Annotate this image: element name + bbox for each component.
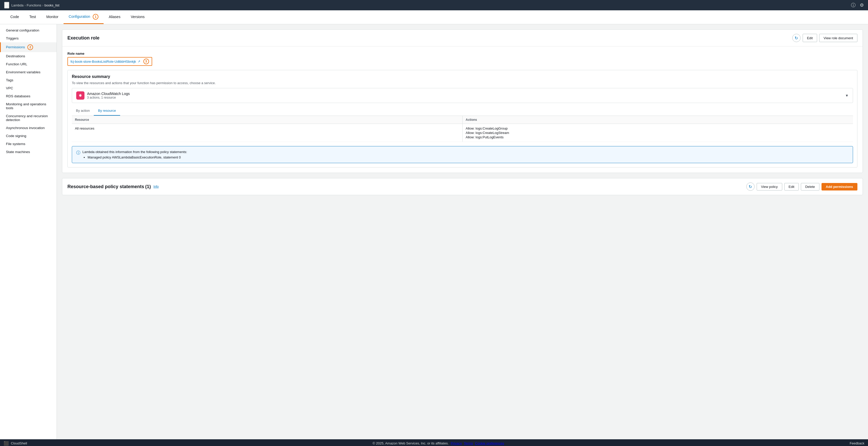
- tab-by-action[interactable]: By action: [72, 106, 94, 116]
- col-header-actions: Actions: [462, 116, 853, 124]
- tab-configuration[interactable]: Configuration 1: [64, 10, 103, 24]
- execution-role-actions: ↻ Edit View role document: [792, 34, 858, 42]
- permissions-table-head: Resource Actions: [72, 116, 853, 124]
- sidebar-item-destinations[interactable]: Destinations: [0, 52, 57, 60]
- sidebar-item-permissions[interactable]: Permissions 2: [0, 42, 57, 52]
- rbs-title: Resource-based policy statements: [67, 184, 144, 190]
- view-role-document-button[interactable]: View role document: [819, 34, 858, 42]
- sidebar-item-concurrency[interactable]: Concurrency and recursion detection: [0, 112, 57, 124]
- col-header-resource: Resource: [72, 116, 462, 124]
- rbs-refresh-button[interactable]: ↻: [746, 182, 754, 191]
- resource-summary-title: Resource summary: [72, 74, 853, 79]
- main-layout: General configuration Triggers Permissio…: [0, 24, 868, 439]
- sidebar-item-rds-databases[interactable]: RDS databases: [0, 92, 57, 100]
- execution-role-card: Execution role ↻ Edit View role document…: [62, 29, 863, 173]
- cloudshell-bar: ⬛ CloudShell © 2025, Amazon Web Services…: [0, 439, 868, 446]
- info-list: Managed policy AWSLambdaBasicExecutionRo…: [88, 156, 187, 159]
- chevron-down-icon: ▼: [845, 94, 848, 98]
- service-info: Amazon CloudWatch Logs 3 actions, 1 reso…: [87, 92, 130, 99]
- rbs-info-link[interactable]: Info: [153, 185, 159, 188]
- action-item-1: Allow: logs:CreateLogStream: [466, 131, 850, 135]
- settings-icon-button[interactable]: ⚙: [860, 2, 864, 8]
- step-1-badge: 1: [93, 14, 98, 20]
- sidebar-item-environment-variables[interactable]: Environment variables: [0, 68, 57, 76]
- info-text: Lambda obtained this information from th…: [83, 150, 187, 154]
- execution-role-header: Execution role ↻ Edit View role document: [62, 30, 863, 46]
- footer-terms-link[interactable]: Terms: [464, 441, 473, 445]
- rbs-actions: ↻ View policy Edit Delete Add permission…: [746, 182, 858, 191]
- content-area: Execution role ↻ Edit View role document…: [57, 24, 868, 439]
- edit-button[interactable]: Edit: [803, 34, 817, 42]
- sidebar-item-triggers[interactable]: Triggers: [0, 34, 57, 42]
- tab-code[interactable]: Code: [5, 11, 24, 23]
- breadcrumb-sep-2: ›: [42, 3, 43, 7]
- sidebar-item-vpc[interactable]: VPC: [0, 84, 57, 92]
- info-circle-icon: ⓘ: [76, 150, 80, 156]
- view-policy-button[interactable]: View policy: [757, 183, 782, 191]
- tab-monitor[interactable]: Monitor: [41, 11, 64, 23]
- action-item-2: Allow: logs:PutLogEvents: [466, 135, 850, 139]
- resource-summary-desc: To view the resources and actions that y…: [72, 81, 853, 85]
- info-icon-button[interactable]: ⓘ: [851, 2, 856, 8]
- tab-aliases[interactable]: Aliases: [103, 11, 126, 23]
- service-row[interactable]: Amazon CloudWatch Logs 3 actions, 1 reso…: [72, 88, 853, 103]
- footer-privacy-link[interactable]: Privacy: [451, 441, 462, 445]
- rbs-title-group: Resource-based policy statements (1) Inf…: [67, 184, 159, 190]
- permissions-table-body: All resources Allow: logs:CreateLogGroup…: [72, 124, 853, 142]
- service-row-left: Amazon CloudWatch Logs 3 actions, 1 reso…: [76, 91, 130, 100]
- cloudshell-icon: ⬛: [4, 441, 9, 446]
- sidebar-item-file-systems[interactable]: File systems: [0, 140, 57, 148]
- tab-bar: Code Test Monitor Configuration 1 Aliase…: [0, 10, 868, 24]
- info-list-item-0: Managed policy AWSLambdaBasicExecutionRo…: [88, 156, 187, 159]
- cloudshell-label[interactable]: CloudShell: [11, 441, 27, 445]
- sidebar-item-code-signing[interactable]: Code signing: [0, 132, 57, 140]
- top-nav-right: ⓘ ⚙: [851, 2, 864, 8]
- info-box: ⓘ Lambda obtained this information from …: [72, 146, 853, 163]
- breadcrumb-functions[interactable]: Functions: [27, 3, 41, 7]
- external-link-icon: ↗: [138, 60, 140, 63]
- sidebar: General configuration Triggers Permissio…: [0, 24, 57, 439]
- inner-tabs: By action By resource: [72, 106, 853, 116]
- action-item-0: Allow: logs:CreateLogGroup: [466, 127, 850, 130]
- execution-role-body: Role name fcj-book-store-BooksListRole-U…: [62, 46, 863, 173]
- role-name-label: Role name: [67, 52, 858, 56]
- sidebar-item-tags[interactable]: Tags: [0, 76, 57, 84]
- footer-cookie-link[interactable]: Cookie preferences: [475, 441, 504, 445]
- cloudwatch-icon: [76, 91, 85, 100]
- execution-role-title: Execution role: [67, 35, 99, 41]
- tab-test[interactable]: Test: [24, 11, 41, 23]
- resource-cell: All resources: [72, 124, 462, 142]
- service-name: Amazon CloudWatch Logs: [87, 92, 130, 96]
- sidebar-item-function-url[interactable]: Function URL: [0, 60, 57, 68]
- feedback-label[interactable]: Feedback: [850, 441, 864, 445]
- top-nav: ☰ Lambda › Functions › books_list ⓘ ⚙: [0, 0, 868, 10]
- table-row: All resources Allow: logs:CreateLogGroup…: [72, 124, 853, 142]
- sidebar-item-async-invocation[interactable]: Asynchronous invocation: [0, 124, 57, 132]
- info-box-content: Lambda obtained this information from th…: [83, 150, 187, 159]
- resource-based-policy-card: Resource-based policy statements (1) Inf…: [62, 178, 863, 195]
- step-3-badge: 3: [144, 59, 149, 64]
- tab-versions[interactable]: Versions: [126, 11, 150, 23]
- add-permissions-button[interactable]: Add permissions: [822, 183, 858, 191]
- actions-cell: Allow: logs:CreateLogGroup Allow: logs:C…: [462, 124, 853, 142]
- permissions-table: Resource Actions All resources Allow: lo…: [72, 116, 853, 142]
- footer-copyright: © 2025, Amazon Web Services, Inc. or its…: [373, 441, 449, 445]
- role-name-text: fcj-book-store-BooksListRole-UdtbbHSbnkj…: [70, 60, 136, 64]
- sidebar-item-monitoring-tools[interactable]: Monitoring and operations tools: [0, 100, 57, 112]
- rbs-header: Resource-based policy statements (1) Inf…: [62, 178, 863, 195]
- breadcrumb-lambda[interactable]: Lambda: [11, 3, 24, 7]
- hamburger-menu[interactable]: ☰: [4, 2, 9, 8]
- sidebar-item-state-machines[interactable]: State machines: [0, 148, 57, 156]
- tab-by-resource[interactable]: By resource: [94, 106, 120, 116]
- sidebar-item-general-configuration[interactable]: General configuration: [0, 26, 57, 34]
- rbs-count: (1): [145, 184, 151, 190]
- cloudwatch-svg: [78, 93, 83, 98]
- delete-button[interactable]: Delete: [801, 183, 819, 191]
- breadcrumb-sep-1: ›: [25, 3, 26, 7]
- refresh-button[interactable]: ↻: [792, 34, 801, 42]
- breadcrumb: Lambda › Functions › books_list: [11, 3, 59, 7]
- role-name-link[interactable]: fcj-book-store-BooksListRole-UdtbbHSbnkj…: [67, 57, 152, 66]
- step-2-badge: 2: [27, 44, 33, 50]
- rbs-edit-button[interactable]: Edit: [784, 183, 799, 191]
- resource-summary-box: Resource summary To view the resources a…: [67, 70, 858, 168]
